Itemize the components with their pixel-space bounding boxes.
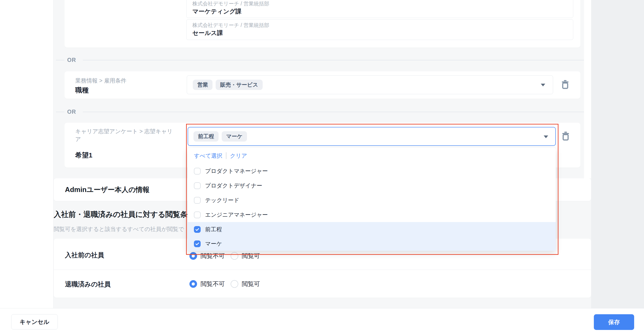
department-path: 株式会社デモリーチ / 営業統括部	[192, 22, 269, 29]
dropdown-option[interactable]: プロダクトデザイナー	[188, 178, 556, 193]
cancel-button[interactable]: キャンセル	[11, 314, 58, 329]
selected-tag: 前工程	[194, 131, 218, 141]
select-all-link[interactable]: すべて選択	[194, 152, 222, 159]
radio-unselected-icon[interactable]	[231, 252, 238, 260]
radio-viewable[interactable]: 閲覧可	[231, 280, 260, 288]
checkbox-unchecked-icon[interactable]	[194, 212, 201, 218]
or-divider-label: OR	[67, 57, 76, 63]
save-button[interactable]: 保存	[594, 314, 634, 330]
row-label-retired: 退職済みの社員	[65, 280, 110, 289]
career-wish-select[interactable]: 前工程 マーケ	[188, 127, 556, 146]
department-name: マーケティング課	[192, 8, 242, 16]
radio-label: 閲覧不可	[201, 280, 225, 288]
checkbox-checked-icon[interactable]	[194, 226, 201, 233]
trash-icon	[562, 131, 570, 141]
or-divider-line	[83, 112, 584, 112]
checkbox-unchecked-icon[interactable]	[194, 168, 201, 175]
selected-department-item[interactable]: 株式会社デモリーチ / 営業統括部 セールス課	[186, 19, 573, 40]
dropdown-option[interactable]: エンジニアマネージャー	[188, 208, 556, 222]
panel-right-gutter	[584, 0, 591, 178]
dropdown-option-checked[interactable]: 前工程	[188, 222, 556, 237]
page-backdrop-right	[591, 0, 644, 308]
dropdown-option[interactable]: プロダクトマネージャー	[188, 164, 556, 178]
radio-not-viewable[interactable]: 閲覧不可	[190, 280, 225, 288]
selected-tag: マーケ	[222, 131, 247, 141]
delete-condition-button[interactable]	[561, 80, 569, 89]
condition-category: キャリア志望アンケート > 志望キャリア	[75, 127, 177, 143]
checkbox-unchecked-icon[interactable]	[194, 197, 201, 204]
department-path: 株式会社デモリーチ / 営業統括部	[192, 0, 269, 7]
row-label-pre-hire: 入社前の社員	[65, 251, 104, 260]
radio-label: 閲覧不可	[201, 252, 225, 260]
selected-tag: 販売・サービス	[216, 80, 263, 90]
career-wish-dropdown: すべて選択 クリア プロダクトマネージャー プロダクトデザイナー テックリード …	[188, 147, 556, 251]
panel-left-border	[53, 0, 54, 308]
job-type-select[interactable]: 営業 販売・サービス	[187, 75, 553, 94]
condition-field-name: 希望1	[75, 151, 92, 160]
footer-bar	[0, 308, 644, 336]
trash-icon	[561, 80, 569, 89]
checkbox-checked-icon[interactable]	[194, 240, 201, 247]
visibility-section-title: 入社前・退職済みの社員に対する閲覧条件	[54, 210, 195, 220]
visibility-section-description: 閲覧可を選択すると該当するすべての社員が閲覧で	[54, 225, 184, 233]
condition-field-name: 職種	[75, 86, 89, 95]
row-divider	[54, 270, 591, 270]
chevron-down-icon	[541, 84, 545, 86]
chevron-down-icon	[544, 135, 548, 138]
department-name: セールス課	[192, 29, 223, 37]
or-divider-label: OR	[67, 109, 76, 115]
selected-department-item[interactable]: 株式会社デモリーチ / 営業統括部 マーケティング課	[186, 0, 573, 18]
clear-link[interactable]: クリア	[230, 152, 247, 159]
radio-unselected-icon[interactable]	[231, 280, 238, 288]
checkbox-unchecked-icon[interactable]	[194, 182, 201, 189]
radio-not-viewable[interactable]: 閲覧不可	[190, 252, 225, 260]
radio-label: 閲覧可	[242, 280, 260, 288]
or-divider-line	[56, 60, 64, 60]
link-separator	[226, 152, 226, 159]
radio-selected-icon[interactable]	[190, 280, 197, 288]
or-divider-line	[56, 112, 64, 112]
dropdown-option-checked[interactable]: マーケ	[188, 237, 556, 251]
or-divider-line	[83, 60, 584, 60]
radio-selected-icon[interactable]	[190, 252, 197, 260]
condition-category: 業務情報 > 雇用条件	[75, 77, 126, 85]
selected-tag: 営業	[193, 80, 212, 90]
radio-label: 閲覧可	[242, 252, 260, 260]
dropdown-option[interactable]: テックリード	[188, 193, 556, 208]
admin-section-title: Adminユーザー本人の情報	[65, 185, 150, 195]
radio-viewable[interactable]: 閲覧可	[231, 252, 260, 260]
delete-condition-button[interactable]	[562, 131, 570, 141]
